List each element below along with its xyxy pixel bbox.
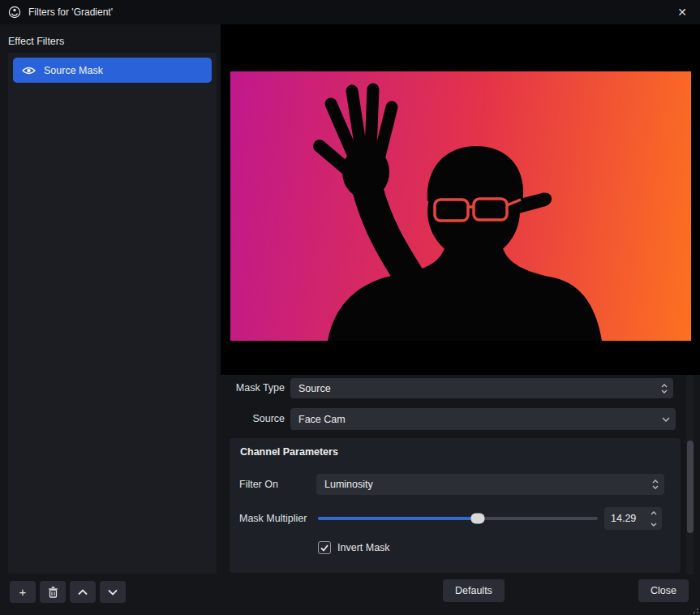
person-silhouette [230,71,691,341]
window-title: Filters for 'Gradient' [28,6,113,18]
eye-icon [22,66,36,75]
slider-track [318,517,598,520]
titlebar: Filters for 'Gradient' ✕ [0,0,700,24]
invert-mask-label: Invert Mask [337,542,390,553]
spinner-arrows-icon [652,480,659,489]
mask-multiplier-label: Mask Multiplier [239,507,307,530]
trash-icon [48,587,58,598]
filter-on-select[interactable]: Luminosity [316,474,664,495]
source-select[interactable]: Face Cam [290,408,676,430]
defaults-button[interactable]: Defaults [443,579,505,602]
plus-icon: + [19,585,27,599]
remove-filter-button[interactable] [40,581,66,603]
chevron-down-icon [662,417,670,422]
properties-scrollbar[interactable] [686,375,694,574]
mask-multiplier-slider[interactable] [318,507,598,530]
defaults-button-label: Defaults [455,585,492,596]
source-value: Face Cam [298,414,346,425]
close-button[interactable]: Close [638,579,689,602]
filter-settings-panel: Mask Type Source Source Face Cam Channel… [221,24,700,615]
spin-down-button[interactable] [645,518,662,530]
resize-grip[interactable] [690,605,698,613]
mask-multiplier-value: 14.29 [604,507,645,530]
close-window-button[interactable]: ✕ [672,2,692,22]
chevron-down-icon [108,589,118,596]
filter-on-label: Filter On [239,474,278,495]
filter-on-value: Luminosity [324,479,373,490]
spinner-arrows-icon [661,384,668,394]
move-filter-down-button[interactable] [100,581,126,603]
mask-type-label: Mask Type [227,378,285,398]
filter-properties: Mask Type Source Source Face Cam Channel… [221,375,700,576]
close-icon: ✕ [677,6,687,19]
mask-type-select[interactable]: Source [290,378,673,398]
invert-mask-checkbox[interactable] [318,541,331,554]
mask-multiplier-fill [318,517,478,520]
filter-item-source-mask[interactable]: Source Mask [13,58,212,83]
channel-parameters-group: Channel Parameters Filter On Luminosity … [230,438,681,573]
effect-filters-header: Effect Filters [8,36,64,47]
scrollbar-thumb[interactable] [687,441,694,533]
chevron-up-icon [651,511,657,515]
effect-filters-panel: Effect Filters Source Mask + [0,24,217,615]
filter-list-toolbar: + [10,581,126,603]
channel-parameters-header: Channel Parameters [240,446,338,458]
mask-multiplier-spinbox[interactable]: 14.29 [604,507,662,530]
check-icon [320,544,329,552]
chevron-up-icon [78,589,88,596]
chevron-down-icon [651,523,657,527]
add-filter-button[interactable]: + [10,581,36,603]
invert-mask-row: Invert Mask [318,540,390,555]
mask-multiplier-handle[interactable] [470,514,484,524]
filter-preview [221,24,700,375]
preview-image [230,71,691,341]
spin-up-button[interactable] [645,507,662,518]
source-label: Source [227,409,285,429]
mask-type-value: Source [298,383,331,394]
spin-buttons [645,507,662,530]
filter-item-label: Source Mask [44,65,103,76]
move-filter-up-button[interactable] [70,581,96,603]
filter-list[interactable]: Source Mask [8,53,217,574]
close-button-label: Close [651,585,676,596]
obs-logo-icon [8,6,21,19]
